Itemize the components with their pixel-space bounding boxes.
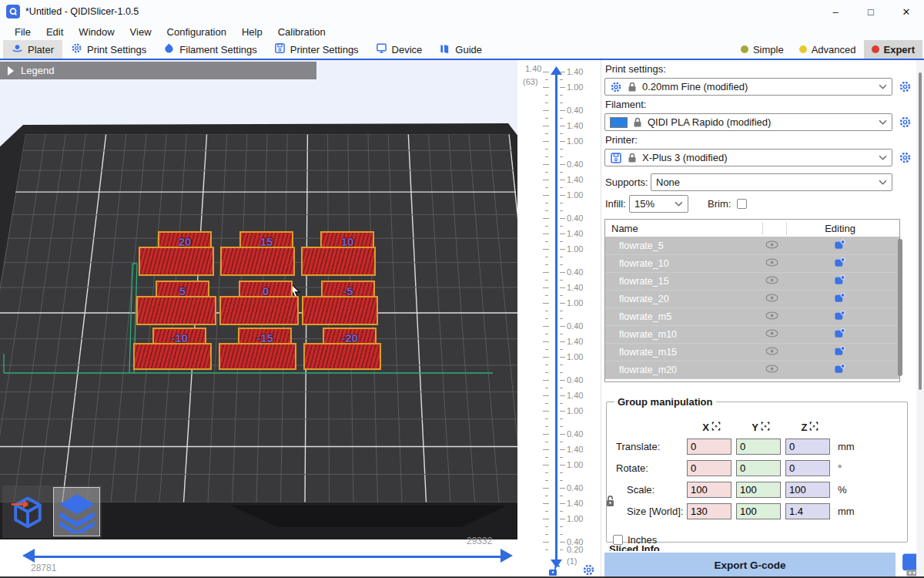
tab-printer-settings[interactable]: Printer Settings	[266, 40, 367, 59]
input-x[interactable]	[687, 439, 732, 455]
preview-view-button[interactable]	[53, 487, 100, 536]
menu-item-edit[interactable]: Edit	[39, 25, 70, 39]
layer-slider-upper-thumb[interactable]	[551, 66, 562, 75]
eye-icon[interactable]	[765, 294, 779, 304]
menu-item-window[interactable]: Window	[72, 25, 121, 39]
layer-slider-extra-value: 0.20	[567, 545, 583, 554]
flowrate-object-label: 5	[179, 284, 186, 297]
hslider-left-thumb[interactable]	[22, 549, 35, 563]
object-row[interactable]: flowrate_20	[605, 291, 899, 308]
edit-object-icon[interactable]	[834, 292, 846, 306]
object-row[interactable]: flowrate_m20	[605, 361, 899, 379]
edit-object-icon[interactable]	[834, 310, 846, 324]
close-button[interactable]: ✕	[889, 0, 924, 23]
object-row[interactable]: flowrate_m15	[605, 344, 899, 361]
uniform-scale-lock-icon[interactable]	[606, 495, 617, 507]
mode-expert[interactable]: Expert	[864, 40, 922, 59]
mode-advanced[interactable]: Advanced	[792, 40, 864, 59]
tick	[560, 418, 563, 419]
tab-device[interactable]: Device	[367, 40, 431, 59]
infill-combo[interactable]: 15%	[629, 195, 688, 213]
maximize-button[interactable]: □	[853, 0, 889, 23]
hslider-track[interactable]	[35, 556, 501, 558]
tick	[560, 357, 565, 358]
editor-view-button[interactable]	[4, 487, 51, 536]
tick	[543, 449, 549, 450]
input-y[interactable]	[736, 482, 781, 498]
print-settings-combo[interactable]: 0.20mm Fine (modified)	[604, 78, 892, 96]
layer-slider-track[interactable]	[555, 74, 557, 561]
input-y[interactable]	[736, 460, 781, 476]
eye-icon[interactable]	[765, 258, 779, 269]
printer-combo[interactable]: X-Plus 3 (modified)	[604, 149, 892, 166]
flowrate-object[interactable]	[136, 296, 216, 325]
tab-plater[interactable]: Plater	[3, 40, 62, 59]
panel-scrollbar[interactable]	[916, 60, 924, 578]
flowrate-object[interactable]	[219, 343, 296, 370]
tick	[560, 542, 565, 543]
edit-object-icon[interactable]	[834, 363, 846, 377]
input-z[interactable]	[785, 503, 830, 519]
flowrate-object[interactable]	[302, 296, 378, 325]
edit-object-icon[interactable]	[834, 328, 846, 341]
print-settings-gear-button[interactable]	[899, 80, 912, 93]
input-z[interactable]	[785, 439, 830, 455]
input-y[interactable]	[736, 503, 781, 519]
menu-item-configuration[interactable]: Configuration	[160, 25, 233, 39]
expand-arrow-icon	[8, 66, 14, 76]
hslider-right-thumb[interactable]	[500, 549, 513, 563]
menu-item-file[interactable]: File	[8, 25, 38, 39]
eye-icon[interactable]	[765, 329, 779, 340]
object-row[interactable]: flowrate_m10	[605, 326, 899, 344]
edit-object-icon[interactable]	[834, 239, 846, 253]
tick	[560, 449, 565, 450]
tick	[545, 172, 548, 173]
3d-viewport[interactable]: 20151050-5-10-15-20 Legend	[0, 60, 517, 539]
tab-filament-settings[interactable]: Filament Settings	[155, 40, 265, 59]
printer-gear-button[interactable]	[899, 151, 912, 164]
edit-object-icon[interactable]	[834, 257, 846, 271]
eye-icon[interactable]	[765, 365, 779, 375]
export-gcode-button[interactable]: Export G-code	[604, 553, 896, 578]
eye-icon[interactable]	[765, 240, 779, 251]
input-x[interactable]	[687, 460, 732, 476]
flowrate-object[interactable]	[301, 247, 376, 276]
input-z[interactable]	[785, 482, 830, 498]
lock-open-icon[interactable]	[548, 564, 560, 576]
minimize-button[interactable]: –	[818, 0, 853, 23]
supports-combo[interactable]: None	[651, 173, 892, 191]
flowrate-object[interactable]	[303, 343, 381, 370]
mode-simple[interactable]: Simple	[733, 40, 792, 59]
input-z[interactable]	[785, 460, 830, 476]
flowrate-object[interactable]	[219, 296, 299, 325]
menu-item-view[interactable]: View	[123, 25, 159, 39]
object-row[interactable]: flowrate_10	[605, 255, 899, 273]
eye-icon[interactable]	[765, 347, 779, 358]
flowrate-object[interactable]	[139, 247, 214, 276]
eye-icon[interactable]	[765, 311, 779, 322]
object-list-scrollbar[interactable]	[898, 239, 902, 376]
object-row[interactable]: flowrate_m5	[605, 308, 899, 326]
tab-guide[interactable]: Guide	[430, 40, 490, 59]
object-row[interactable]: flowrate_5	[605, 237, 899, 255]
object-row[interactable]: flowrate_15	[605, 273, 899, 291]
tick	[543, 503, 549, 504]
input-x[interactable]	[687, 503, 732, 519]
tab-print-settings[interactable]: Print Settings	[62, 40, 155, 59]
panel-scrollbar-thumb[interactable]	[919, 72, 922, 390]
layer-slider[interactable]: 1.40 (63) 1.401.000.401.401.000.401.401.…	[517, 60, 601, 578]
legend-bar[interactable]: Legend	[0, 62, 316, 79]
menu-item-calibration[interactable]: Calibration	[271, 25, 333, 39]
eye-icon[interactable]	[765, 276, 779, 287]
filament-gear-button[interactable]	[899, 116, 912, 129]
edit-object-icon[interactable]	[834, 345, 846, 359]
edit-object-icon[interactable]	[834, 274, 846, 288]
filament-combo[interactable]: QIDI PLA Rapido (modified)	[604, 113, 892, 131]
brim-checkbox[interactable]	[737, 199, 747, 209]
flowrate-object[interactable]	[133, 343, 212, 370]
input-x[interactable]	[687, 482, 732, 498]
input-y[interactable]	[736, 439, 781, 455]
flowrate-object[interactable]	[220, 247, 295, 276]
slider-gear-icon[interactable]	[582, 563, 595, 576]
menu-item-help[interactable]: Help	[235, 25, 270, 39]
